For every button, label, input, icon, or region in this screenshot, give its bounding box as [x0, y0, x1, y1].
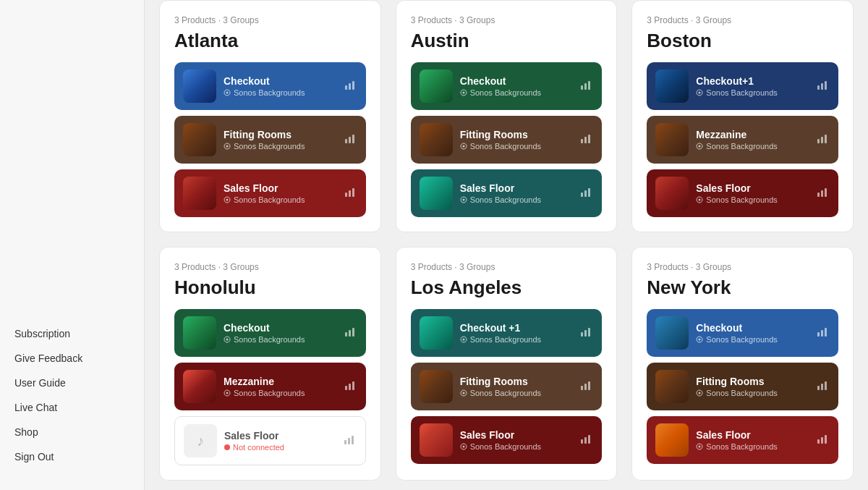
- room-item[interactable]: Sales Floor Sonos Backgrounds: [647, 169, 838, 217]
- svg-rect-26: [821, 83, 823, 90]
- room-info: Sales Floor Sonos Backgrounds: [460, 182, 574, 204]
- room-thumbnail: [655, 370, 689, 403]
- room-item[interactable]: Fitting Rooms Sonos Backgrounds: [411, 363, 603, 410]
- room-sub: Sonos Backgrounds: [224, 88, 337, 97]
- sidebar-item-user-guide[interactable]: User Guide: [0, 371, 144, 394]
- room-item[interactable]: ♪ Sales Floor Not connected: [174, 416, 366, 465]
- bars-icon: [580, 432, 593, 448]
- svg-point-20: [462, 199, 464, 201]
- svg-rect-57: [584, 437, 587, 444]
- room-item[interactable]: Mezzanine Sonos Backgrounds: [174, 363, 366, 410]
- location-card: 3 Products · 3 Groups Los Angeles Checko…: [396, 247, 618, 481]
- main-content: 3 Products · 3 Groups Atlanta Checkout S…: [145, 0, 868, 490]
- svg-rect-2: [349, 83, 351, 90]
- svg-rect-48: [581, 332, 583, 337]
- room-name: Fitting Rooms: [460, 129, 574, 140]
- svg-rect-19: [588, 135, 590, 143]
- svg-point-40: [226, 392, 229, 394]
- room-name: Sales Floor: [224, 182, 337, 194]
- room-thumbnail: ♪: [184, 424, 217, 457]
- location-title: Austin: [411, 30, 603, 52]
- room-sub: Sonos Backgrounds: [224, 142, 337, 151]
- sidebar-item-shop[interactable]: Shop: [0, 421, 144, 444]
- room-item[interactable]: Checkout Sonos Backgrounds: [174, 309, 366, 357]
- room-list: Checkout Sonos Backgrounds Fittin: [174, 62, 366, 217]
- bars-icon: [817, 132, 830, 148]
- location-meta: 3 Products · 3 Groups: [647, 262, 838, 272]
- room-item[interactable]: Checkout Sonos Backgrounds: [647, 309, 838, 357]
- svg-point-47: [462, 339, 464, 341]
- room-info: Fitting Rooms Sonos Backgrounds: [696, 376, 809, 397]
- room-info: Checkout Sonos Backgrounds: [224, 75, 337, 97]
- location-title: Honolulu: [174, 276, 366, 299]
- svg-rect-58: [588, 435, 590, 444]
- bars-icon: [344, 379, 357, 394]
- svg-rect-11: [352, 188, 354, 197]
- room-item[interactable]: Checkout Sonos Backgrounds: [174, 62, 366, 110]
- room-list: Checkout Sonos Backgrounds Mezzan: [174, 309, 366, 465]
- room-thumbnail: [183, 370, 216, 403]
- room-item[interactable]: Sales Floor Sonos Backgrounds: [411, 416, 603, 464]
- room-list: Checkout +1 Sonos Backgrounds Fit: [411, 309, 603, 464]
- svg-rect-10: [349, 190, 351, 197]
- room-thumbnail: [183, 123, 216, 156]
- room-list: Checkout+1 Sonos Backgrounds Mezz: [647, 62, 838, 217]
- room-item[interactable]: Fitting Rooms Sonos Backgrounds: [411, 116, 603, 164]
- svg-point-51: [462, 392, 464, 394]
- svg-rect-27: [825, 81, 827, 90]
- room-info: Sales Floor Sonos Backgrounds: [696, 182, 809, 204]
- room-item[interactable]: Checkout +1 Sonos Backgrounds: [411, 309, 603, 357]
- room-item[interactable]: Fitting Rooms Sonos Backgrounds: [647, 363, 838, 410]
- room-sub: Sonos Backgrounds: [460, 335, 574, 344]
- svg-rect-39: [352, 328, 354, 337]
- room-item[interactable]: Sales Floor Sonos Backgrounds: [411, 169, 603, 217]
- svg-rect-52: [581, 386, 583, 390]
- room-info: Checkout Sonos Backgrounds: [460, 75, 574, 97]
- svg-rect-43: [352, 381, 354, 390]
- bars-icon: [344, 132, 357, 148]
- room-name: Checkout: [460, 75, 574, 87]
- room-item[interactable]: Fitting Rooms Sonos Backgrounds: [174, 116, 366, 164]
- sidebar-item-sign-out[interactable]: Sign Out: [0, 445, 144, 468]
- location-title: Atlanta: [174, 30, 366, 52]
- svg-rect-30: [821, 137, 823, 143]
- room-sub: Sonos Backgrounds: [696, 88, 809, 97]
- svg-rect-18: [584, 137, 587, 143]
- room-thumbnail: [183, 177, 216, 210]
- room-item[interactable]: Checkout+1 Sonos Backgrounds: [647, 62, 838, 110]
- room-item[interactable]: Mezzanine Sonos Backgrounds: [647, 116, 838, 164]
- room-item[interactable]: Checkout Sonos Backgrounds: [411, 62, 603, 110]
- location-card: 3 Products · 3 Groups New York Checkout …: [631, 247, 854, 481]
- room-name: Mezzanine: [696, 129, 809, 140]
- room-item[interactable]: Sales Floor Sonos Backgrounds: [647, 416, 838, 464]
- room-info: Checkout Sonos Backgrounds: [696, 322, 809, 344]
- svg-point-12: [462, 92, 464, 94]
- svg-point-8: [226, 199, 229, 201]
- room-name: Sales Floor: [224, 430, 336, 442]
- room-thumbnail: [655, 423, 689, 457]
- svg-rect-46: [352, 436, 354, 444]
- room-info: Checkout+1 Sonos Backgrounds: [696, 75, 809, 97]
- room-name: Sales Floor: [460, 182, 574, 194]
- room-item[interactable]: Sales Floor Sonos Backgrounds: [174, 169, 366, 217]
- room-name: Checkout+1: [696, 75, 809, 87]
- bars-icon: [817, 325, 830, 341]
- room-info: Sales Floor Sonos Backgrounds: [460, 429, 574, 451]
- sidebar-item-subscription[interactable]: Subscription: [0, 322, 144, 345]
- sidebar-item-live-chat[interactable]: Live Chat: [0, 396, 144, 419]
- room-info: Fitting Rooms Sonos Backgrounds: [460, 129, 574, 151]
- sidebar-item-give-feedback[interactable]: Give Feedback: [0, 347, 144, 370]
- svg-rect-69: [821, 437, 823, 444]
- room-list: Checkout Sonos Backgrounds Fittin: [411, 62, 603, 217]
- svg-rect-13: [581, 85, 583, 90]
- svg-rect-35: [825, 188, 827, 197]
- room-sub: Sonos Backgrounds: [224, 389, 337, 397]
- svg-rect-53: [584, 384, 587, 390]
- svg-rect-14: [584, 83, 587, 90]
- room-sub: Sonos Backgrounds: [696, 142, 809, 151]
- svg-rect-70: [825, 435, 827, 444]
- not-connected-dot: [224, 444, 230, 450]
- room-info: Checkout Sonos Backgrounds: [224, 322, 337, 344]
- room-name: Checkout: [224, 322, 337, 334]
- svg-rect-62: [825, 328, 827, 337]
